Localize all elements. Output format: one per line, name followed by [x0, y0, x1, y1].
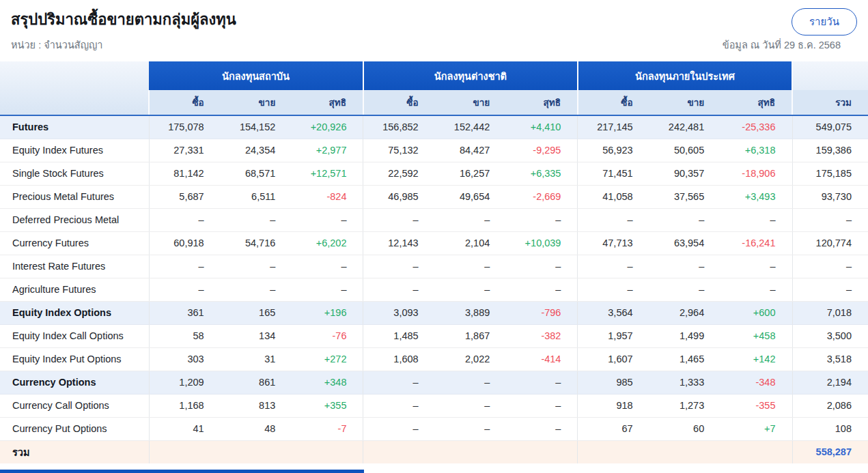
col-header-sell: ขาย — [649, 90, 721, 115]
table-row: Futures175,078154,152+20,926156,852152,4… — [0, 115, 868, 139]
value-cell: – — [221, 278, 292, 301]
total-corner-cell — [792, 61, 868, 90]
daily-view-button[interactable]: รายวัน — [792, 8, 857, 35]
value-cell: 242,481 — [649, 115, 721, 139]
value-cell: – — [578, 255, 649, 278]
value-cell: 67 — [578, 417, 649, 440]
value-cell — [506, 440, 578, 463]
row-label: Equity Index Call Options — [0, 324, 149, 347]
value-cell: 1,499 — [649, 324, 721, 347]
value-cell: +6,318 — [720, 139, 792, 162]
value-cell: +600 — [720, 301, 792, 324]
value-cell: +3,493 — [720, 185, 792, 208]
value-cell: 3,093 — [363, 301, 435, 324]
value-cell: 152,442 — [435, 115, 507, 139]
value-cell: 16,257 — [435, 162, 507, 185]
as-of-date: ข้อมูล ณ วันที่ 29 ธ.ค. 2568 — [723, 37, 841, 53]
value-cell: 6,511 — [221, 185, 292, 208]
table-row: Equity Index Futures27,33124,354+2,97775… — [0, 139, 868, 162]
col-header-buy: ซื้อ — [363, 90, 435, 115]
value-cell: 1,607 — [578, 347, 649, 371]
value-cell: 58 — [149, 324, 221, 347]
value-cell: 154,152 — [221, 115, 292, 139]
table-row: Equity Index Options361165+1963,0933,889… — [0, 301, 868, 324]
value-cell: 1,485 — [363, 324, 435, 347]
value-cell: – — [221, 255, 292, 278]
value-cell: – — [649, 208, 721, 231]
value-cell — [149, 440, 221, 463]
value-cell: – — [578, 278, 649, 301]
value-cell: – — [720, 255, 792, 278]
value-cell: -9,295 — [506, 139, 578, 162]
value-cell: 918 — [578, 394, 649, 417]
value-cell — [221, 440, 292, 463]
value-cell: 60 — [649, 417, 721, 440]
value-cell: – — [292, 255, 363, 278]
value-cell: 1,465 — [649, 347, 721, 371]
group-header-foreign: นักลงทุนต่างชาติ — [363, 61, 578, 90]
value-cell — [649, 440, 721, 463]
value-cell: 2,022 — [435, 347, 507, 371]
value-cell: – — [363, 371, 435, 394]
table-row: Equity Index Call Options58134-761,4851,… — [0, 324, 868, 347]
value-cell: – — [506, 278, 578, 301]
total-cell: 2,086 — [792, 394, 868, 417]
value-cell: 27,331 — [149, 139, 221, 162]
col-header-buy: ซื้อ — [578, 90, 649, 115]
value-cell: 1,867 — [435, 324, 507, 347]
table-row: Currency Call Options1,168813+355–––9181… — [0, 394, 868, 417]
group-header-institutional: นักลงทุนสถาบัน — [149, 61, 363, 90]
value-cell: +6,335 — [506, 162, 578, 185]
value-cell: 2,964 — [649, 301, 721, 324]
table-row: Equity Index Put Options30331+2721,6082,… — [0, 347, 868, 371]
value-cell: +10,039 — [506, 231, 578, 255]
value-cell: – — [506, 255, 578, 278]
row-label: Currency Options — [0, 371, 149, 394]
table-row: Deferred Precious Metal–––––––––– — [0, 208, 868, 231]
value-cell: – — [435, 371, 507, 394]
row-label: รวม — [0, 440, 149, 463]
value-cell: -76 — [292, 324, 363, 347]
value-cell: – — [506, 417, 578, 440]
value-cell: 361 — [149, 301, 221, 324]
next-section-header-edge — [0, 470, 364, 473]
page-title: สรุปปริมาณซื้อขายตามกลุ่มผู้ลงทุน — [11, 10, 857, 30]
value-cell: -824 — [292, 185, 363, 208]
total-cell: 3,500 — [792, 324, 868, 347]
total-cell: – — [792, 278, 868, 301]
corner-cell — [0, 61, 149, 115]
value-cell: – — [435, 417, 507, 440]
value-cell: 48 — [221, 417, 292, 440]
value-cell — [363, 440, 435, 463]
total-cell: – — [792, 255, 868, 278]
value-cell: – — [578, 208, 649, 231]
value-cell: 985 — [578, 371, 649, 394]
value-cell: 1,273 — [649, 394, 721, 417]
value-cell: -16,241 — [720, 231, 792, 255]
col-header-sell: ขาย — [435, 90, 507, 115]
value-cell: 41,058 — [578, 185, 649, 208]
row-label: Precious Metal Futures — [0, 185, 149, 208]
value-cell: -796 — [506, 301, 578, 324]
value-cell: +348 — [292, 371, 363, 394]
total-cell: 558,287 — [792, 440, 868, 463]
value-cell: +20,926 — [292, 115, 363, 139]
value-cell: – — [292, 208, 363, 231]
total-cell: 549,075 — [792, 115, 868, 139]
value-cell: 56,923 — [578, 139, 649, 162]
total-row: รวม558,287 — [0, 440, 868, 463]
table-body: Futures175,078154,152+20,926156,852152,4… — [0, 115, 868, 463]
value-cell: – — [363, 278, 435, 301]
value-cell: +4,410 — [506, 115, 578, 139]
value-cell: – — [149, 255, 221, 278]
total-cell: 3,518 — [792, 347, 868, 371]
value-cell: 24,354 — [221, 139, 292, 162]
total-cell: 175,185 — [792, 162, 868, 185]
row-label: Equity Index Futures — [0, 139, 149, 162]
row-label: Futures — [0, 115, 149, 139]
value-cell: +196 — [292, 301, 363, 324]
value-cell: – — [506, 394, 578, 417]
value-cell — [292, 440, 363, 463]
page-header: สรุปปริมาณซื้อขายตามกลุ่มผู้ลงทุน รายวัน… — [0, 0, 868, 53]
total-cell: 159,386 — [792, 139, 868, 162]
